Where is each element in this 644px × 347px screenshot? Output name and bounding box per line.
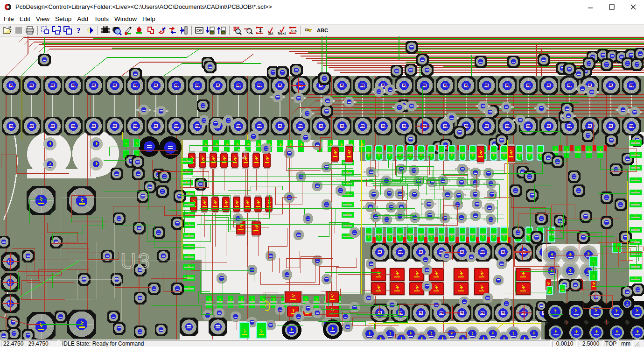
svg-text:U: U [237,146,248,162]
svg-text:?: ? [77,26,81,35]
svg-text:1st: 1st [268,31,273,35]
svg-text:t=x: t=x [291,28,297,33]
svg-text:U3: U3 [120,249,152,273]
svg-text:Next: Next [278,31,286,35]
